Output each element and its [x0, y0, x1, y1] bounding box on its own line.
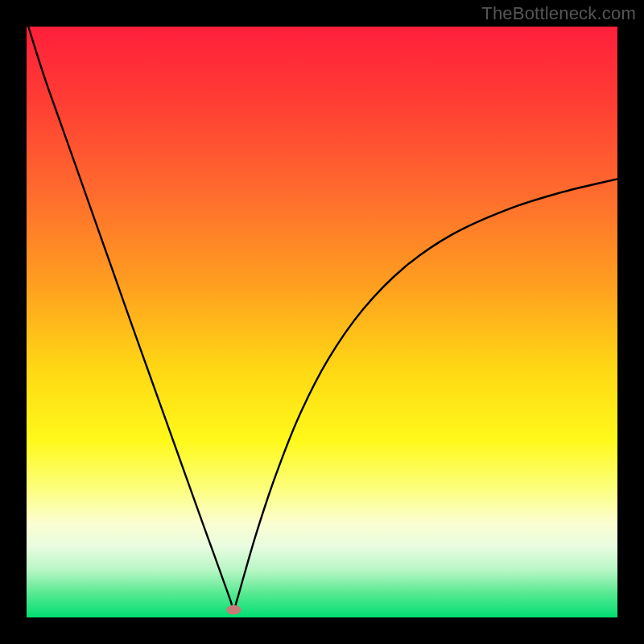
min-point-marker	[226, 605, 241, 614]
bottleneck-chart	[0, 0, 644, 644]
plot-background	[27, 27, 617, 617]
watermark-text: TheBottleneck.com	[481, 3, 636, 24]
chart-stage: TheBottleneck.com	[0, 0, 644, 644]
